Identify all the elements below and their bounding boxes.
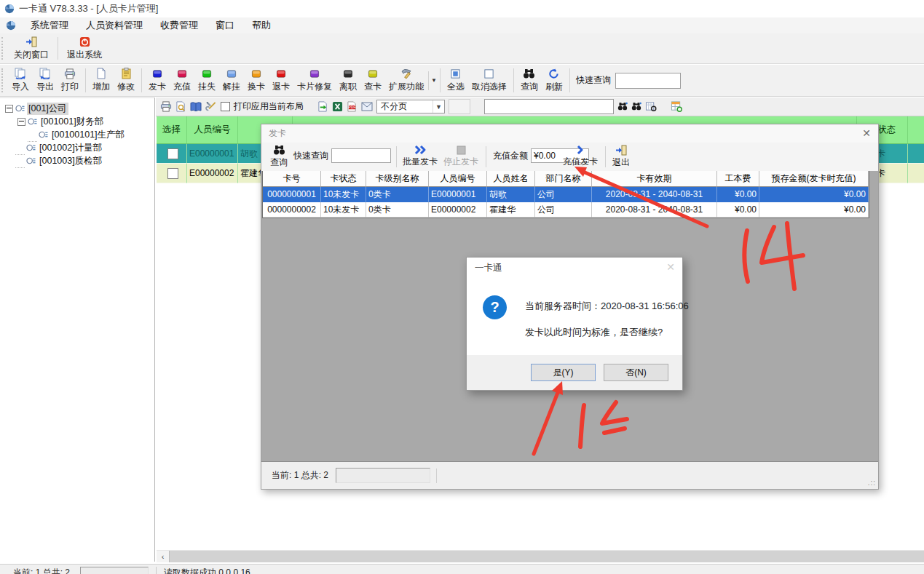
charge-issue-button[interactable]: 充值发卡	[561, 144, 599, 169]
dialog-table-cell: 公司	[535, 187, 592, 202]
exit-system-button[interactable]: 退出系统	[61, 33, 108, 63]
import-icon	[14, 68, 27, 79]
separator	[605, 146, 606, 167]
column-find-icon[interactable]	[645, 101, 657, 112]
column-header-人员姓名[interactable]: 人员姓名	[487, 171, 535, 187]
tree-item-[001003]质检部[interactable]: [001003]质检部	[0, 154, 154, 167]
tree-item-label[interactable]: [00100101]生产部	[50, 129, 126, 141]
dialog-table-row[interactable]: 000000000110未发卡0类卡E00000001胡歌公司2020-08-3…	[263, 187, 869, 202]
collapse-icon[interactable]	[5, 105, 13, 113]
toolbar-button-label: 查询	[521, 81, 538, 93]
toolbar-button-卡片修复[interactable]: 卡片修复	[293, 65, 336, 96]
row-checkbox[interactable]	[167, 148, 178, 159]
card-icon	[275, 68, 287, 79]
tree-item-label[interactable]: [001001]财务部	[39, 116, 105, 128]
column-header-卡号[interactable]: 卡号	[263, 171, 321, 187]
toolbar-button-导入[interactable]: 导入	[8, 65, 33, 96]
menu-item-系统管理[interactable]: 系统管理	[22, 17, 77, 33]
column-header-选择[interactable]: 选择	[157, 116, 187, 144]
close-window-button[interactable]: 关闭窗口	[8, 33, 55, 63]
grid-search-input[interactable]	[484, 99, 614, 114]
export-page-icon[interactable]	[317, 101, 328, 112]
column-header-卡级别名称[interactable]: 卡级别名称	[366, 171, 429, 187]
tree-item-label[interactable]: [001]公司	[27, 103, 68, 115]
dialog-table-cell: ¥0.00	[717, 202, 759, 218]
dialog-table-cell: ¥0.00	[759, 187, 869, 202]
toolbar-button-全选[interactable]: 全选	[443, 65, 468, 96]
toolbar-button-查卡[interactable]: 查卡	[360, 65, 385, 96]
tree-item-[00100101]生产部[interactable]: [00100101]生产部	[0, 128, 154, 141]
messagebox-footer: 是(Y) 否(N)	[467, 355, 682, 390]
toolbar-button-导出[interactable]: 导出	[33, 65, 58, 96]
toolbar-button-换卡[interactable]: 换卡	[244, 65, 269, 96]
chevron-down-icon[interactable]: ▼	[428, 71, 437, 90]
toolbar-button-刷新[interactable]: 刷新	[542, 65, 566, 96]
column-header-工本费[interactable]: 工本费	[717, 171, 759, 187]
column-header-5[interactable]	[908, 116, 924, 144]
dialog-exit-button[interactable]: 退出	[609, 144, 633, 169]
column-header-人员编号[interactable]: 人员编号	[187, 116, 238, 144]
column-header-预存金额(发卡时充值)[interactable]: 预存金额(发卡时充值)	[759, 171, 869, 187]
print-layout-checkbox[interactable]	[221, 102, 230, 111]
grid-style-icon[interactable]	[671, 101, 682, 112]
refresh-icon	[548, 68, 559, 79]
toolbar-button-label: 增加	[92, 81, 110, 93]
toolbar-button-查询[interactable]: 查询	[517, 65, 542, 96]
toolbar-button-扩展功能[interactable]: 扩展功能	[385, 65, 427, 96]
excel-export-icon[interactable]	[332, 101, 343, 112]
no-button[interactable]: 否(N)	[604, 364, 668, 381]
toolbar-button-取消选择[interactable]: 取消选择	[468, 65, 510, 96]
printer-icon[interactable]	[160, 101, 172, 112]
menu-item-人员资料管理[interactable]: 人员资料管理	[77, 17, 151, 33]
toolbar-button-离职[interactable]: 离职	[336, 65, 360, 96]
tree-item-label[interactable]: [001002]计量部	[38, 142, 103, 154]
batch-issue-button[interactable]: 批量发卡	[401, 144, 439, 169]
tree-item-[001]公司[interactable]: [001]公司	[0, 102, 154, 115]
column-header-卡状态[interactable]: 卡状态	[321, 171, 366, 187]
dialog-table-cell: 霍建华	[487, 202, 535, 218]
horizontal-scrollbar[interactable]: ‹	[157, 550, 924, 562]
page-number-box	[449, 99, 470, 114]
print-preview-icon[interactable]	[175, 101, 186, 112]
tree-item-label[interactable]: [001003]质检部	[38, 155, 103, 167]
toolbar-button-退卡[interactable]: 退卡	[269, 65, 293, 96]
book-icon[interactable]	[190, 102, 202, 112]
paging-select[interactable]: 不分页 ▼	[376, 100, 445, 113]
resize-grip[interactable]: .::	[868, 479, 876, 487]
quick-search-input[interactable]	[615, 73, 681, 89]
tree-item-[001001]财务部[interactable]: [001001]财务部	[0, 115, 154, 128]
toolbar-button-发卡[interactable]: 发卡	[145, 65, 170, 96]
collapse-icon[interactable]	[17, 118, 25, 126]
yes-button[interactable]: 是(Y)	[531, 364, 596, 381]
row-checkbox[interactable]	[167, 168, 178, 179]
toolbar-button-修改[interactable]: 修改	[114, 65, 138, 96]
separator	[513, 68, 514, 92]
dialog-quick-search-input[interactable]	[331, 148, 391, 163]
scroll-left-button[interactable]: ‹	[157, 551, 170, 562]
find-icon[interactable]	[617, 102, 628, 111]
double-chevron-icon	[414, 145, 427, 155]
column-header-部门名称[interactable]: 部门名称	[535, 171, 592, 187]
tools-icon[interactable]	[205, 101, 217, 112]
card-icon	[309, 68, 320, 79]
menu-item-帮助[interactable]: 帮助	[243, 17, 280, 33]
menu-item-窗口[interactable]: 窗口	[207, 17, 243, 33]
column-header-人员编号[interactable]: 人员编号	[429, 171, 487, 187]
dialog-table-row[interactable]: 000000000210未发卡0类卡E00000002霍建华公司2020-08-…	[263, 202, 869, 218]
print-layout-label: 打印应用当前布局	[234, 100, 304, 113]
toolbar-button-挂失[interactable]: 挂失	[194, 65, 219, 96]
toolbar-button-打印[interactable]: 打印	[58, 65, 82, 96]
column-header-卡有效期[interactable]: 卡有效期	[592, 171, 717, 187]
toolbar-button-增加[interactable]: 增加	[89, 65, 114, 96]
mail-export-icon[interactable]	[361, 102, 373, 111]
table-cell	[157, 164, 187, 183]
find-next-icon[interactable]	[631, 102, 641, 111]
close-icon[interactable]: ✕	[862, 127, 871, 139]
toolbar-button-解挂[interactable]: 解挂	[219, 65, 244, 96]
menu-item-收费管理[interactable]: 收费管理	[151, 17, 207, 33]
tree-item-[001002]计量部[interactable]: [001002]计量部	[0, 141, 154, 154]
pdf-export-icon[interactable]: PDF	[347, 101, 358, 112]
query-button[interactable]: 查询	[267, 144, 291, 169]
menu-bar: 系统管理人员资料管理收费管理窗口帮助	[0, 17, 924, 33]
toolbar-button-充值[interactable]: 充值	[170, 65, 194, 96]
